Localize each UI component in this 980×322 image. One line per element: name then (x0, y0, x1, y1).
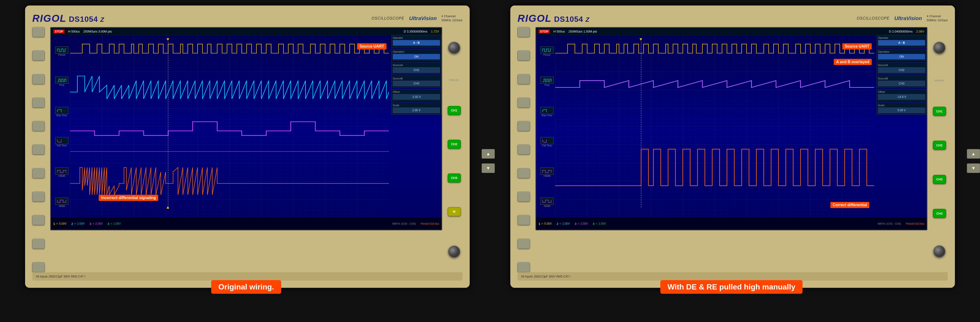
ctrl-btn-7[interactable] (32, 168, 45, 178)
ctrl-btn-11[interactable] (32, 262, 45, 272)
ch2-btn-right[interactable]: CH2 (933, 141, 946, 150)
ctrl-btn-r2[interactable] (517, 51, 530, 61)
fall-time-icon-r (541, 137, 554, 144)
scope-body-right: RIGOL DS1054 Z OSCILLOSCOPE UltraVision … (510, 5, 955, 288)
main-container: RIGOL DS1054 Z OSCILLOSCOPE UltraVision … (0, 0, 980, 322)
ctrl-btn-r4[interactable] (517, 97, 530, 108)
op-value-left[interactable]: A - B (393, 40, 440, 46)
oscilloscope-text-right: OSCILLOSCOPE (857, 16, 889, 21)
offset-value-left[interactable]: -2.92 V (393, 94, 440, 100)
ctrl-btn-r3[interactable] (517, 74, 530, 84)
svg-rect-1 (70, 35, 389, 218)
ctrl-btn-3[interactable] (32, 74, 45, 84)
timebase-right: H 500us (553, 30, 565, 33)
sourcea-value-right[interactable]: CH2 (878, 67, 925, 73)
annotation-source-uart-left: Source UART (357, 43, 387, 49)
ch1-indicator-right: 1 = 5.00V (539, 222, 552, 226)
right-panel-left: Operator A - B Operation ON SourceA CH2 (391, 35, 441, 218)
channel-bar-left: 1 = 5.00V 2 = 2.00V 3 = (51, 218, 441, 230)
ctrl-btn-5[interactable] (32, 121, 45, 131)
status-stop-right: STOP (539, 29, 550, 33)
sample-settings-right: 250MSa/s 1.50M pts (569, 30, 597, 33)
sourcea-section-left: SourceA CH2 (391, 62, 441, 74)
ch2-indicator-left: 2 = 2.00V (72, 222, 85, 226)
ctrl-btn-r1[interactable] (517, 27, 530, 37)
meas-freq-r: Freq (537, 77, 557, 86)
trigger-knob-left[interactable] (448, 245, 460, 258)
offset-value-right[interactable]: -14.8 V (878, 94, 925, 100)
trigger-delay-right: D 2.04000000ms (889, 30, 913, 33)
intensity-knob-left[interactable] (448, 42, 460, 54)
trigger-knob-right[interactable] (933, 245, 945, 257)
display-area-right: STOP H 500us 250MSa/s 1.50M pts D 2.0400… (535, 27, 928, 272)
ctrl-btn-9[interactable] (32, 215, 45, 225)
meas-nwidth-r: -Width (537, 198, 557, 207)
scale-value-right[interactable]: 5.00 V (878, 107, 925, 113)
waveform-svg-left: ▼ ▲ (70, 35, 389, 218)
ch3-btn-left[interactable]: CH3 (448, 174, 461, 183)
ctrl-btn-r5[interactable] (517, 121, 530, 131)
scope-top-bar-right: RIGOL DS1054 Z OSCILLOSCOPE UltraVision … (517, 13, 948, 24)
ch4-btn-right[interactable]: CH4 (933, 209, 946, 218)
period-val-left: Period=210.0us (421, 222, 439, 225)
scope-title-right-left: OSCILLOSCOPE UltraVision 4 Channel 50MHz… (371, 14, 463, 22)
ctrl-btn-r8[interactable] (517, 191, 530, 202)
ctrl-btn-r6[interactable] (517, 145, 530, 155)
channel-info-right: 4 Channel 50MHz 1GSa/s (927, 14, 948, 22)
ch2-btn-left[interactable]: CH2 (448, 140, 461, 149)
nav-arrows-left: ▲ ▼ (482, 149, 495, 173)
status-stop-left: STOP (53, 29, 65, 33)
model-name-left: DS1054 Z (69, 15, 104, 24)
sourceb-section-left: SourceB CH3 (391, 76, 441, 88)
ctrl-btn-r7[interactable] (517, 168, 530, 178)
scope-bottom-left: All Inputs 1MΩ//13pF 300V RMS CAT I (32, 272, 463, 281)
svg-rect-4 (555, 35, 874, 218)
ultravision-text-right: UltraVision (894, 15, 922, 22)
ch1-indicator-left: 1 = 5.00V (53, 222, 67, 226)
timebase-left: H 500us (68, 30, 80, 33)
ctrl-btn-r9[interactable] (517, 215, 530, 225)
ch1-btn-left[interactable]: CH1 (448, 106, 461, 115)
sourcea-value-left[interactable]: CH2 (393, 67, 440, 73)
ch1-cursor-marker: ▼ (165, 37, 170, 41)
ctrl-btn-8[interactable] (32, 191, 45, 202)
nwidth-icon (55, 198, 68, 205)
meas-width: +Width (52, 167, 71, 177)
scale-value-left[interactable]: 2.00 V (393, 107, 440, 113)
width-icon-r (541, 167, 554, 175)
ch2-cursor-marker: ▲ (165, 205, 170, 209)
ctrl-btn-10[interactable] (32, 239, 45, 249)
sourceb-value-right[interactable]: CH3 (878, 81, 925, 86)
operation-value-right[interactable]: ON (878, 54, 925, 60)
ch1-btn-right[interactable]: CH1 (933, 107, 946, 116)
ctrl-btn-4[interactable] (32, 97, 45, 108)
ch4-indicator-right: 4 = 2.00V (593, 222, 606, 226)
ctrl-btn-r11[interactable] (517, 262, 530, 272)
intensity-knob-right[interactable] (933, 42, 945, 54)
ch3-btn-right[interactable]: CH3 (933, 175, 946, 184)
period-icon-r (541, 46, 554, 54)
ctrl-btn-r10[interactable] (517, 239, 530, 249)
op-value-right[interactable]: A - B (878, 40, 925, 46)
nwidth-icon-r (541, 198, 554, 205)
ctrl-btn-2[interactable] (32, 51, 45, 61)
meas-period-r: Period (537, 46, 557, 56)
offset-section-right: Offset -14.8 V (877, 89, 927, 101)
nav-down-right[interactable]: ▼ (967, 163, 980, 173)
left-controls-right (517, 27, 532, 272)
status-bar-right: STOP H 500us 250MSa/s 1.50M pts D 2.0400… (536, 28, 927, 35)
ultravision-text-left: UltraVision (409, 15, 437, 22)
operation-value-left[interactable]: ON (393, 54, 440, 60)
sourceb-value-left[interactable]: CH3 (393, 81, 440, 86)
scope-content-left: STOP H 500us 250MSa/s 3.00M pts D 3.3500… (32, 27, 463, 272)
nav-up-left[interactable]: ▲ (482, 149, 495, 159)
waveform-svg-right: ▼ (555, 35, 874, 218)
ctrl-btn-1[interactable] (32, 27, 45, 37)
trigger-level-left: 1.72V (431, 30, 439, 33)
freq-icon (55, 77, 68, 84)
nav-down-left[interactable]: ▼ (482, 163, 495, 173)
ctrl-btn-6[interactable] (32, 145, 45, 155)
offset-section-left: Offset -2.92 V (391, 89, 441, 101)
nav-up-right[interactable]: ▲ (967, 149, 980, 159)
math-btn-left[interactable]: M (448, 207, 461, 216)
